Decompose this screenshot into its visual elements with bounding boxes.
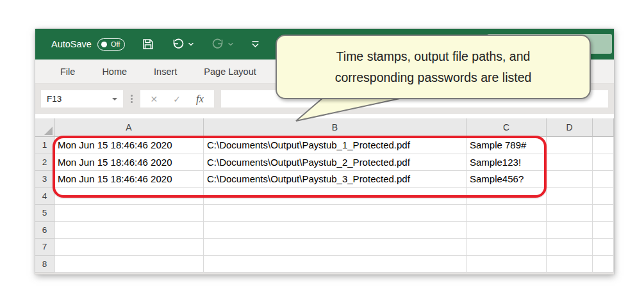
toggle-knob-icon [101,42,107,47]
chevron-down-icon[interactable] [112,98,117,100]
cell-A8[interactable] [54,256,204,273]
undo-icon [171,38,185,51]
cell-D8[interactable] [547,256,593,273]
cancel-button[interactable]: ✕ [151,95,158,104]
cell-E4[interactable] [593,188,614,205]
name-box[interactable]: F13 [41,90,123,107]
quick-access-toolbar: AutoSave Off [35,29,260,60]
row-header-1[interactable]: 1 [35,137,54,154]
callout-bubble: Time stamps, output file paths, and corr… [276,35,591,99]
redo-dropdown-chevron-icon[interactable] [227,42,234,47]
cell-E7[interactable] [593,239,614,256]
callout-text-line2: corresponding passwords are listed [335,67,532,88]
column-header-partial[interactable] [593,118,614,137]
cell-B7[interactable] [204,239,466,256]
cell-E3[interactable] [593,171,614,188]
cell-A6[interactable] [54,222,204,239]
column-header-d[interactable]: D [547,118,593,137]
row-header-4[interactable]: 4 [35,188,54,205]
row-header-3[interactable]: 3 [35,171,54,188]
redo-icon [211,38,225,51]
cell-D2[interactable] [547,154,593,171]
row-header-5[interactable]: 5 [35,205,54,222]
enter-button[interactable]: ✓ [173,95,181,104]
cell-D3[interactable] [547,171,593,188]
cell-A5[interactable] [54,205,204,222]
redo-button-disabled[interactable] [211,38,234,51]
select-all-button[interactable] [35,118,54,137]
cell-E8[interactable] [593,256,614,273]
chevron-down-with-bar-icon [251,40,260,49]
cell-B6[interactable] [204,222,466,239]
cell-E2[interactable] [593,154,614,171]
formula-bar-resize-handle[interactable] [130,95,133,103]
row-header-6[interactable]: 6 [35,222,54,239]
cell-E1[interactable] [593,137,614,154]
undo-dropdown-chevron-icon[interactable] [188,42,194,47]
cell-C7[interactable] [466,239,547,256]
cell-C5[interactable] [466,205,547,222]
row-header-2[interactable]: 2 [35,154,54,171]
tab-file[interactable]: File [47,61,88,83]
cell-E6[interactable] [593,222,614,239]
cell-E5[interactable] [593,205,614,222]
column-header-c[interactable]: C [466,118,547,137]
autosave-label: AutoSave [51,39,92,49]
cell-B8[interactable] [204,256,466,273]
autosave-toggle[interactable]: Off [97,38,125,51]
callout-text-line1: Time stamps, output file paths, and [336,46,531,67]
cell-A7[interactable] [54,239,204,256]
autosave-control: AutoSave Off [51,38,125,51]
cell-D5[interactable] [547,205,593,222]
cell-D4[interactable] [547,188,593,205]
insert-function-button[interactable]: fx [196,93,204,106]
cell-D7[interactable] [547,239,593,256]
formula-bar-buttons: ✕ ✓ fx [140,90,214,107]
window-bottom-edge [35,273,614,274]
column-header-a[interactable]: A [54,118,204,137]
highlight-red-box [53,136,547,198]
save-icon [142,38,154,51]
name-box-value: F13 [47,94,62,104]
tab-home[interactable]: Home [88,61,140,83]
save-button[interactable] [142,38,154,51]
customize-quick-access-button[interactable] [251,40,260,49]
cell-D1[interactable] [547,137,593,154]
cell-B5[interactable] [204,205,466,222]
cell-D6[interactable] [547,222,593,239]
cell-C8[interactable] [466,256,547,273]
screenshot-canvas: AutoSave Off [0,0,644,302]
select-all-triangle-icon [44,127,53,135]
row-header-7[interactable]: 7 [35,239,54,256]
callout-tail [282,95,423,127]
cell-C6[interactable] [466,222,547,239]
autosave-state: Off [111,40,120,48]
row-header-8[interactable]: 8 [35,256,54,273]
tab-insert[interactable]: Insert [140,61,190,83]
undo-button[interactable] [171,38,194,51]
tab-page-layout[interactable]: Page Layout [190,61,269,83]
